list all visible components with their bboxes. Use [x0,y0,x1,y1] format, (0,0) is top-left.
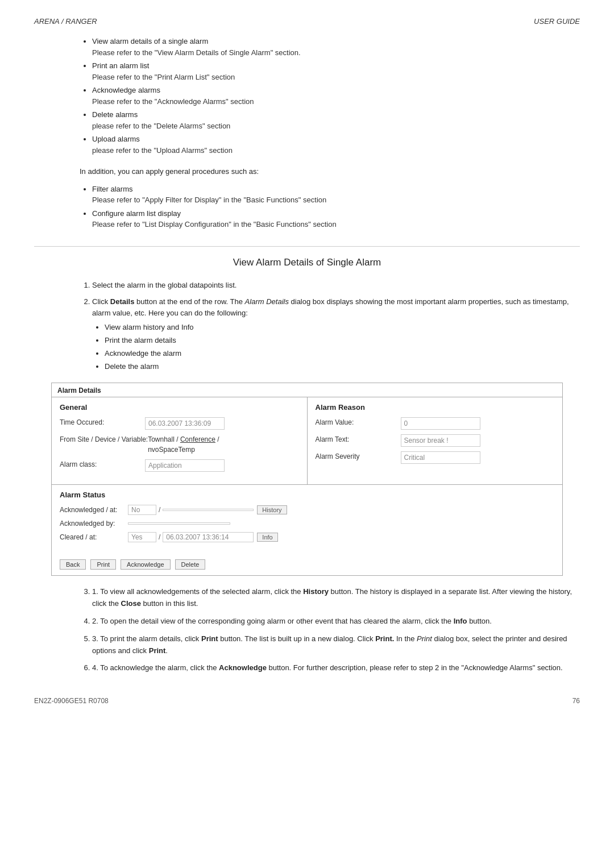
alarm-text-row: Alarm Text: Sensor break ! [316,434,555,447]
alarm-details-title: Alarm Details [52,383,562,397]
bullet-subtext-1: Please refer to the "View Alarm Details … [92,47,580,59]
acknowledged-value: No [128,505,156,515]
addition-subtext-1: Please refer to "Apply Filter for Displa… [92,194,580,206]
step-1: Select the alarm in the global datapoint… [92,280,580,292]
bottom-steps-list: To view all acknowledgements of the sele… [80,586,580,674]
acknowledged-by-label: Acknowledged by: [60,520,128,528]
step-2-bullet-2: Print the alarm details [105,335,580,347]
history-button[interactable]: History [257,505,287,514]
cleared-at-row: Cleared / at: Yes / 06.03.2007 13:36:14 … [60,532,554,542]
bullet-item-5: Upload alarms please refer to the "Uploa… [92,134,580,156]
step-4: To open the detail view of the correspon… [92,616,580,628]
sep-1: / [159,506,160,514]
steps-intro-section: Select the alarm in the global datapoint… [80,280,580,373]
from-site-label: From Site / Device / Variable: [60,434,148,443]
acknowledged-by-row: Acknowledged by: [60,520,554,528]
alarm-details-italic: Alarm Details [245,297,289,306]
alarm-reason-heading: Alarm Reason [316,403,555,412]
acknowledged-by-value [128,522,230,525]
alarm-value-row: Alarm Value: 0 [316,417,555,430]
alarm-severity-row: Alarm Severity Critical [316,451,555,464]
intro-bullet-section: View alarm details of a single alarm Ple… [80,36,580,156]
addition-text: In addition, you can apply general proce… [80,166,580,178]
time-occured-label: Time Occured: [60,417,145,426]
alarm-left-panel: General Time Occured: 06.03.2007 13:36:0… [52,397,308,484]
alarm-value-label: Alarm Value: [316,417,401,426]
addition-bullet-list: Filter alarms Please refer to "Apply Fil… [80,184,580,230]
print-bold-1: Print [201,634,218,643]
addition-bullet-2: Configure alarm list display Please refe… [92,208,580,230]
acknowledge-bold: Acknowledge [219,663,267,672]
time-occured-value: 06.03.2007 13:36:09 [145,417,225,430]
print-italic: Print [417,634,432,643]
alarm-severity-field: Critical [401,451,480,464]
acknowledge-button[interactable]: Acknowledge [121,559,170,570]
intro-bullet-list: View alarm details of a single alarm Ple… [80,36,580,156]
bullet-item-2: Print an alarm list Please refer to the … [92,60,580,82]
addition-bullet-1: Filter alarms Please refer to "Apply Fil… [92,184,580,206]
bullet-subtext-3: Please refer to the "Acknowledge Alarms"… [92,96,580,107]
steps-intro-list: Select the alarm in the global datapoint… [80,280,580,373]
alarm-value-field: 0 [401,417,480,430]
print-bold-3: Print [149,646,166,655]
conference-link[interactable]: Conference [180,435,215,443]
bullet-item-4: Delete alarms please refer to the "Delet… [92,109,580,131]
footer-right: 76 [572,697,580,705]
bullet-item-3: Acknowledge alarms Please refer to the "… [92,85,580,107]
sep-2: / [159,533,160,541]
alarm-text-field: Sensor break ! [401,434,480,447]
step-5: To print the alarm details, click Print … [92,633,580,657]
cleared-at-label: Cleared / at: [60,533,128,541]
time-occured-row: Time Occured: 06.03.2007 13:36:09 [60,417,299,430]
bullet-subtext-5: please refer to the "Upload Alarms" sect… [92,145,580,156]
addition-subtext-2: Please refer to "List Display Configurat… [92,219,580,230]
addition-bullet-section: Filter alarms Please refer to "Apply Fil… [80,184,580,230]
alarm-class-label: Alarm class: [60,459,145,468]
acknowledged-at-label: Acknowledged / at: [60,506,128,514]
alarm-class-row: Alarm class: Application [60,459,299,472]
footer-left: EN2Z-0906GE51 R0708 [34,697,109,705]
details-bold: Details [110,297,135,306]
general-heading: General [60,403,299,412]
header-left: ARENA / RANGER [34,17,97,26]
alarm-status-section: Alarm Status Acknowledged / at: No / His… [52,485,562,555]
info-button[interactable]: Info [257,533,277,542]
alarm-class-value: Application [145,459,225,472]
step-3: To view all acknowledgements of the sele… [92,586,580,610]
bullet-item-1: View alarm details of a single alarm Ple… [92,36,580,58]
alarm-details-box: Alarm Details General Time Occured: 06.0… [51,383,563,576]
step-2-bullet-1: View alarm history and Info [105,322,580,334]
history-bold: History [303,587,329,596]
alarm-status-heading: Alarm Status [60,491,554,499]
section-divider [34,246,580,247]
step-2: Click Details button at the end of the r… [92,296,580,373]
cleared-value: Yes [128,532,156,542]
step-6: To acknowledge the alarm, click the Ackn… [92,662,580,674]
step-2-bullet-3: Acknowledge the alarm [105,348,580,360]
step-2-bullets: View alarm history and Info Print the al… [92,322,580,372]
print-button[interactable]: Print [90,559,116,570]
alarm-severity-label: Alarm Severity [316,451,401,460]
step-2-bullet-4: Delete the alarm [105,361,580,373]
bullet-subtext-4: please refer to the "Delete Alarms" sect… [92,121,580,132]
back-button[interactable]: Back [60,559,86,570]
header-right: USER GUIDE [534,17,580,26]
bullet-subtext-2: Please refer to the "Print Alarm List" s… [92,72,580,83]
from-site-row: From Site / Device / Variable: Townhall … [60,434,299,455]
cleared-at-time: 06.03.2007 13:36:14 [163,532,254,542]
section-title: View Alarm Details of Single Alarm [34,257,580,268]
acknowledged-at-time [163,509,254,511]
page-footer: EN2Z-0906GE51 R0708 76 [34,697,580,705]
alarm-details-body: General Time Occured: 06.03.2007 13:36:0… [52,397,562,485]
info-bold: Info [454,617,467,625]
alarm-right-panel: Alarm Reason Alarm Value: 0 Alarm Text: … [308,397,563,484]
print-bold-2: Print. [375,634,394,643]
bottom-numbered-section: To view all acknowledgements of the sele… [80,586,580,674]
delete-button[interactable]: Delete [175,559,206,570]
alarm-buttons-row: Back Print Acknowledge Delete [52,555,562,575]
close-bold: Close [121,599,141,608]
acknowledged-at-row: Acknowledged / at: No / History [60,505,554,515]
from-site-value: Townhall / Conference /nvoSpaceTemp [148,434,219,455]
alarm-text-label: Alarm Text: [316,434,401,443]
